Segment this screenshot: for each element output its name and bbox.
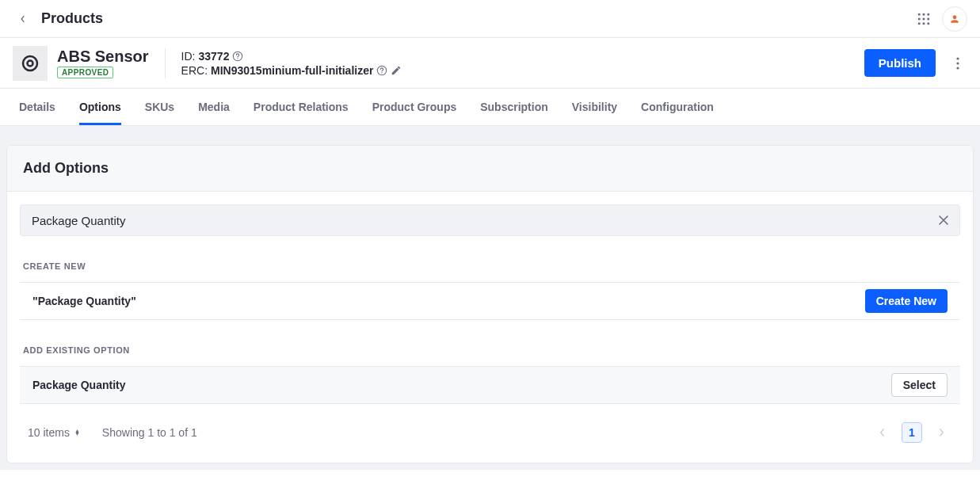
top-header-left: Products — [19, 10, 103, 27]
pagination-next-icon[interactable] — [930, 421, 952, 444]
create-new-section-label: CREATE NEW — [23, 261, 957, 271]
clear-search-icon[interactable] — [936, 213, 951, 227]
product-title-block: ABS Sensor APPROVED — [57, 48, 149, 78]
svg-rect-3 — [918, 17, 921, 20]
svg-rect-1 — [923, 13, 925, 15]
top-header: Products — [0, 0, 980, 38]
svg-rect-6 — [918, 22, 921, 25]
product-header-right: Publish — [864, 49, 967, 77]
product-thumbnail — [13, 46, 48, 81]
pagination-left: 10 items ▲▼ Showing 1 to 1 of 1 — [28, 426, 197, 439]
items-per-page-selector[interactable]: 10 items ▲▼ — [28, 426, 80, 439]
help-icon[interactable] — [376, 65, 387, 76]
tab-skus[interactable]: SKUs — [145, 89, 174, 125]
svg-rect-0 — [918, 13, 921, 15]
apps-grid-icon[interactable] — [917, 12, 931, 26]
pagination-page-current[interactable]: 1 — [902, 422, 922, 443]
svg-point-12 — [238, 58, 238, 59]
help-icon[interactable] — [232, 51, 243, 62]
svg-point-16 — [956, 62, 959, 64]
product-id-label: ID: — [181, 50, 196, 63]
product-meta-block: ID: 33772 ERC: MIN93015minium-full-initi… — [181, 50, 402, 77]
edit-icon[interactable] — [391, 65, 402, 76]
panel-body: CREATE NEW "Package Quantity" Create New… — [7, 192, 973, 463]
product-erc-label: ERC: — [181, 64, 208, 77]
search-wrap — [20, 204, 960, 236]
add-existing-section-label: ADD EXISTING OPTION — [23, 345, 957, 355]
product-header: ABS Sensor APPROVED ID: 33772 ERC: MIN93… — [0, 38, 980, 89]
create-new-row: "Package Quantity" Create New — [20, 282, 960, 320]
pagination-prev-icon[interactable] — [871, 421, 894, 444]
more-actions-icon[interactable] — [948, 54, 967, 73]
product-image-icon — [21, 54, 40, 73]
user-avatar[interactable] — [942, 6, 967, 32]
content-area: Add Options CREATE NEW "Package Quantity… — [0, 126, 980, 470]
select-option-button[interactable]: Select — [891, 373, 948, 397]
existing-option-row: Package Quantity Select — [20, 366, 960, 404]
product-header-left: ABS Sensor APPROVED ID: 33772 ERC: MIN93… — [13, 46, 402, 81]
top-header-right — [917, 6, 967, 32]
status-badge: APPROVED — [57, 67, 113, 78]
product-erc-row: ERC: MIN93015minium-full-initializer — [181, 64, 402, 77]
tab-details[interactable]: Details — [19, 89, 55, 125]
create-new-button[interactable]: Create New — [865, 289, 948, 313]
page-title: Products — [41, 10, 103, 27]
product-id-row: ID: 33772 — [181, 50, 402, 63]
svg-rect-4 — [923, 17, 925, 20]
tab-media[interactable]: Media — [198, 89, 230, 125]
product-name: ABS Sensor — [57, 48, 149, 65]
tab-product-groups[interactable]: Product Groups — [372, 89, 457, 125]
tab-options[interactable]: Options — [79, 89, 121, 125]
add-options-panel: Add Options CREATE NEW "Package Quantity… — [6, 145, 974, 463]
svg-point-10 — [28, 60, 33, 66]
pagination-right: 1 — [871, 421, 952, 444]
items-per-page-label: 10 items — [28, 426, 70, 439]
svg-point-15 — [956, 57, 959, 59]
create-new-option-name: "Package Quantity" — [32, 295, 136, 307]
pagination-row: 10 items ▲▼ Showing 1 to 1 of 1 1 — [20, 404, 960, 448]
sort-arrows-icon: ▲▼ — [74, 429, 80, 436]
svg-point-9 — [23, 56, 37, 71]
tab-configuration[interactable]: Configuration — [641, 89, 714, 125]
product-id-value: 33772 — [198, 50, 229, 63]
publish-button[interactable]: Publish — [864, 49, 936, 77]
product-erc-value: MIN93015minium-full-initializer — [211, 64, 373, 77]
panel-title: Add Options — [7, 146, 973, 192]
svg-point-14 — [382, 72, 383, 73]
svg-point-17 — [956, 67, 959, 69]
tabs: Details Options SKUs Media Product Relat… — [0, 89, 980, 126]
svg-rect-5 — [927, 17, 929, 20]
svg-rect-2 — [927, 13, 929, 15]
existing-option-name: Package Quantity — [32, 379, 126, 391]
tab-subscription[interactable]: Subscription — [480, 89, 548, 125]
back-chevron-icon[interactable] — [19, 15, 27, 23]
separator — [165, 48, 166, 78]
pagination-summary: Showing 1 to 1 of 1 — [102, 426, 197, 439]
svg-rect-7 — [923, 22, 925, 25]
tab-visibility[interactable]: Visibility — [572, 89, 617, 125]
svg-rect-8 — [927, 22, 929, 25]
tab-product-relations[interactable]: Product Relations — [254, 89, 349, 125]
option-search-input[interactable] — [20, 204, 960, 236]
